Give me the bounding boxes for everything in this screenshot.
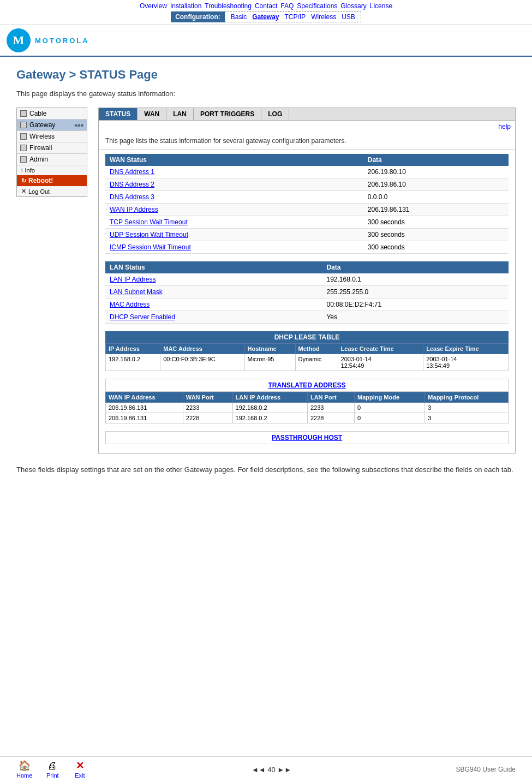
- bottom-text: These fields display settings that are s…: [16, 464, 516, 475]
- nav-overview[interactable]: Overview: [140, 2, 167, 10]
- config-tcpip[interactable]: TCP/IP: [284, 13, 306, 21]
- tab-status[interactable]: STATUS: [99, 108, 138, 120]
- sidebar-item-admin[interactable]: Admin: [17, 154, 87, 165]
- tab-wan[interactable]: WAN: [138, 108, 166, 120]
- gateway-arrow-icon: »»»: [74, 122, 83, 128]
- table-row: ICMP Session Wait Timeout 300 seconds: [105, 241, 509, 254]
- sidebar-item-gateway[interactable]: Gateway »»»: [17, 120, 87, 131]
- home-button[interactable]: 🏠 Home: [16, 760, 32, 779]
- sidebar-item-wireless[interactable]: Wireless: [17, 131, 87, 142]
- tcp-timeout-value: 300 seconds: [363, 216, 509, 229]
- footer: 🏠 Home 🖨 Print ✕ Exit ◄◄ 40 ►► SBG940 Us…: [0, 756, 532, 782]
- passthrough-section: PASSTHROUGH HOST: [105, 431, 509, 444]
- config-usb[interactable]: USB: [342, 13, 355, 21]
- sidebar: Cable Gateway »»» Wireless Firewall Admi…: [16, 108, 87, 197]
- mac-addr-value: 00:08:0E:D2:F4:71: [322, 299, 509, 311]
- wireless-icon-sq: [20, 133, 27, 140]
- wan-status-table: WAN Status Data DNS Address 1 206.19.80.…: [105, 154, 509, 254]
- dns2-link[interactable]: DNS Address 2: [110, 181, 154, 188]
- wan-ip-value: 206.19.86.131: [363, 204, 509, 216]
- dns1-value: 206.19.80.10: [363, 166, 509, 178]
- trans-col-mode: Mapping Mode: [355, 392, 425, 403]
- gateway-panel: STATUS WAN LAN PORT TRIGGERS LOG help Th…: [98, 108, 516, 453]
- table-row: 206.19.86.131 2233 192.168.0.2 2233 0 3: [106, 403, 509, 413]
- motorola-logo: M MOTOROLA: [7, 28, 89, 52]
- lan-status-header: LAN Status: [105, 261, 322, 273]
- admin-icon-sq: [20, 156, 27, 163]
- dns1-link[interactable]: DNS Address 1: [110, 168, 154, 176]
- dhcp-col-mac: MAC Address: [160, 344, 244, 354]
- mac-addr-link[interactable]: MAC Address: [110, 301, 150, 308]
- print-button[interactable]: 🖨 Print: [45, 760, 59, 779]
- table-row: UDP Session Wait Timeout 300 seconds: [105, 229, 509, 241]
- exit-button[interactable]: ✕ Exit: [73, 760, 87, 779]
- tab-lan[interactable]: LAN: [166, 108, 194, 120]
- config-gateway[interactable]: Gateway: [252, 13, 279, 21]
- table-row: DNS Address 3 0.0.0.0: [105, 191, 509, 204]
- cable-icon-sq: [20, 110, 27, 117]
- dhcp-enabled-link[interactable]: DHCP Server Enabled: [110, 313, 175, 321]
- lan-data-header: Data: [322, 261, 509, 273]
- nav-faq[interactable]: FAQ: [280, 2, 294, 10]
- table-row: DHCP Server Enabled Yes: [105, 311, 509, 324]
- dns3-link[interactable]: DNS Address 3: [110, 193, 154, 201]
- reboot-button[interactable]: ↻ Reboot!: [17, 175, 87, 186]
- config-basic[interactable]: Basic: [231, 13, 247, 21]
- sidebar-item-cable[interactable]: Cable: [17, 108, 87, 120]
- home-icon: 🏠: [17, 760, 32, 771]
- trans-col-lan-port: LAN Port: [307, 392, 354, 403]
- wan-ip-link[interactable]: WAN IP Address: [110, 206, 158, 213]
- lan-subnet-link[interactable]: LAN Subnet Mask: [110, 288, 163, 296]
- lan-ip-link[interactable]: LAN IP Address: [110, 276, 156, 283]
- sidebar-item-info[interactable]: i Info: [17, 165, 87, 175]
- trans-col-wan-ip: WAN IP Address: [106, 392, 183, 403]
- tcp-timeout-link[interactable]: TCP Session Wait Timeout: [110, 218, 188, 226]
- config-bar: Configuration: Basic Gateway TCP/IP Wire…: [0, 11, 532, 22]
- footer-nav: 🏠 Home 🖨 Print ✕ Exit: [16, 760, 87, 779]
- reboot-icon: ↻: [21, 177, 26, 184]
- passthrough-header: PASSTHROUGH HOST: [105, 431, 509, 444]
- nav-installation[interactable]: Installation: [170, 2, 201, 10]
- nav-troubleshooting[interactable]: Troubleshooting: [205, 2, 252, 10]
- footer-brand: SBG940 User Guide: [456, 766, 516, 773]
- exit-label: Exit: [75, 772, 85, 779]
- nav-glossary[interactable]: Glossary: [340, 2, 366, 10]
- config-wireless[interactable]: Wireless: [311, 13, 336, 21]
- udp-timeout-link[interactable]: UDP Session Wait Timeout: [110, 231, 188, 238]
- help-row: help: [99, 121, 515, 133]
- udp-timeout-value: 300 seconds: [363, 229, 509, 241]
- dhcp-col-ip: IP Address: [106, 344, 160, 354]
- tab-port-triggers[interactable]: PORT TRIGGERS: [194, 108, 261, 120]
- dns3-value: 0.0.0.0: [363, 191, 509, 204]
- icmp-timeout-link[interactable]: ICMP Session Wait Timeout: [110, 243, 191, 251]
- translated-header: TRANSLATED ADDRESS: [105, 379, 509, 392]
- sidebar-item-firewall[interactable]: Firewall: [17, 142, 87, 154]
- help-link[interactable]: help: [498, 123, 511, 130]
- nav-license[interactable]: License: [370, 2, 392, 10]
- logout-icon: ✕: [21, 188, 26, 195]
- dhcp-lease-header: DHCP LEASE TABLE: [105, 331, 509, 343]
- wan-status-header: WAN Status: [105, 154, 363, 166]
- print-icon: 🖨: [45, 760, 59, 771]
- dhcp-lease-table: IP Address MAC Address Hostname Method L…: [105, 343, 509, 371]
- table-row: MAC Address 00:08:0E:D2:F4:71: [105, 299, 509, 311]
- config-label: Configuration:: [171, 11, 225, 22]
- page-number: ◄◄ 40 ►►: [252, 766, 291, 774]
- lan-status-table: LAN Status Data LAN IP Address 192.168.0…: [105, 261, 509, 324]
- firewall-icon-sq: [20, 145, 27, 151]
- top-nav-links: Overview Installation Troubleshooting Co…: [0, 2, 532, 10]
- nav-contact[interactable]: Contact: [255, 2, 277, 10]
- dns2-value: 206.19.86.10: [363, 178, 509, 191]
- header-row: M MOTOROLA: [0, 25, 532, 57]
- wan-status-section: WAN Status Data DNS Address 1 206.19.80.…: [105, 154, 509, 254]
- table-row: TCP Session Wait Timeout 300 seconds: [105, 216, 509, 229]
- tab-log[interactable]: LOG: [261, 108, 289, 120]
- tab-bar: STATUS WAN LAN PORT TRIGGERS LOG: [99, 108, 515, 121]
- dhcp-col-create: Lease Create Time: [338, 344, 423, 354]
- lan-ip-value: 192.168.0.1: [322, 273, 509, 286]
- nav-specifications[interactable]: Specifications: [297, 2, 337, 10]
- lan-status-section: LAN Status Data LAN IP Address 192.168.0…: [105, 261, 509, 324]
- logout-button[interactable]: ✕ Log Out: [17, 186, 87, 196]
- config-links: Basic Gateway TCP/IP Wireless USB: [225, 11, 361, 22]
- exit-icon: ✕: [73, 760, 87, 771]
